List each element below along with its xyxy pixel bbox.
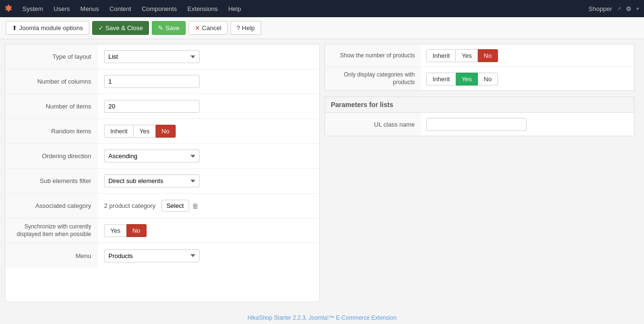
nav-help[interactable]: Help (223, 0, 246, 17)
only-display-no[interactable]: No (478, 73, 498, 86)
footer-link[interactable]: HikaShop Starter 2.2.3, Joomla!™ E-Comme… (247, 314, 396, 321)
nav-right: Shopper ↗ ⚙ ▾ (589, 5, 639, 12)
associated-category-field: 2 product category Select 🗑 (98, 196, 319, 216)
menu-field: Products Categories Home (98, 246, 319, 266)
ordering-direction-field: Ascending Descending (98, 146, 319, 166)
synchronize-label: Synchronize with currently displayed ite… (5, 218, 98, 243)
type-of-layout-label: Type of layout (5, 44, 98, 69)
categories-panel: Show the number of products Inherit Yes … (325, 44, 634, 91)
only-display-categories-label: Only display categories with products (325, 67, 421, 90)
sub-elements-filter-field: Direct sub elements All sub elements (98, 171, 319, 191)
number-of-items-field (98, 96, 319, 117)
ul-class-name-label: UL class name (325, 113, 421, 136)
menu-label: Menu (5, 243, 98, 268)
save-close-button[interactable]: ✓ Save & Close (92, 21, 149, 35)
shopper-link[interactable]: Shopper (589, 5, 612, 12)
gear-icon[interactable]: ⚙ (626, 5, 632, 12)
random-items-field: Inherit Yes No (98, 121, 319, 141)
help-button[interactable]: ? Help (231, 21, 261, 35)
upload-icon: ⬆ (12, 24, 17, 32)
ul-class-name-row: UL class name (325, 113, 634, 136)
type-of-layout-row: Type of layout List Grid Table (5, 44, 319, 69)
parameters-for-lists-header: Parameters for lists (325, 97, 634, 113)
show-number-no[interactable]: No (478, 49, 498, 62)
main-content: Type of layout List Grid Table Number of… (0, 39, 644, 307)
number-of-columns-row: Number of columns (5, 69, 319, 94)
top-navigation: ✱ System Users Menus Content Components … (0, 0, 644, 17)
number-of-items-label: Number of items (5, 94, 98, 119)
cancel-icon: ✕ (195, 24, 200, 32)
ul-class-name-field (421, 114, 634, 135)
synchronize-toggle: Yes No (104, 224, 147, 237)
nav-content[interactable]: Content (105, 0, 136, 17)
nav-left: ✱ System Users Menus Content Components … (5, 0, 246, 17)
associated-category-text: 2 product category (104, 202, 156, 209)
associated-category-row: Associated category 2 product category S… (5, 194, 319, 218)
number-of-items-input[interactable] (104, 100, 200, 113)
only-display-categories-row: Only display categories with products In… (325, 67, 634, 90)
random-items-row: Random items Inherit Yes No (5, 119, 319, 144)
right-panel: Show the number of products Inherit Yes … (320, 44, 639, 302)
number-of-columns-field (98, 71, 319, 92)
nav-system[interactable]: System (18, 0, 48, 17)
check-icon: ✓ (98, 24, 104, 32)
help-icon: ? (237, 24, 240, 32)
associated-category-label: Associated category (5, 194, 98, 218)
parameters-for-lists-panel: Parameters for lists UL class name (325, 97, 634, 136)
footer: HikaShop Starter 2.2.3, Joomla!™ E-Comme… (0, 307, 644, 324)
associated-category-select-button[interactable]: Select (161, 200, 189, 212)
parameters-for-lists-body: UL class name (325, 113, 634, 136)
show-number-yes[interactable]: Yes (456, 49, 478, 62)
random-items-yes[interactable]: Yes (134, 125, 156, 138)
ordering-direction-row: Ordering direction Ascending Descending (5, 144, 319, 169)
nav-components[interactable]: Components (137, 0, 182, 17)
show-number-products-label: Show the number of products (325, 44, 421, 67)
synchronize-row: Synchronize with currently displayed ite… (5, 218, 319, 243)
synchronize-yes[interactable]: Yes (104, 224, 127, 237)
ul-class-name-input[interactable] (426, 118, 527, 131)
trash-icon[interactable]: 🗑 (192, 202, 199, 210)
show-number-products-toggle: Inherit Yes No (426, 49, 498, 62)
joomla-logo: ✱ (5, 3, 12, 14)
random-items-inherit[interactable]: Inherit (104, 125, 134, 138)
sub-elements-filter-select[interactable]: Direct sub elements All sub elements (104, 174, 200, 187)
number-of-columns-label: Number of columns (5, 69, 98, 94)
only-display-inherit[interactable]: Inherit (426, 73, 456, 86)
show-number-inherit[interactable]: Inherit (426, 49, 456, 62)
joomla-module-options-button[interactable]: ⬆ Joomla module options (6, 21, 89, 35)
only-display-categories-field: Inherit Yes No (421, 69, 634, 89)
type-of-layout-select[interactable]: List Grid Table (104, 50, 200, 63)
number-of-items-row: Number of items (5, 94, 319, 119)
ordering-direction-select[interactable]: Ascending Descending (104, 150, 200, 162)
type-of-layout-field: List Grid Table (98, 46, 319, 67)
left-panel: Type of layout List Grid Table Number of… (5, 44, 320, 302)
random-items-toggle: Inherit Yes No (104, 125, 176, 138)
save-icon: ✎ (158, 24, 163, 32)
categories-panel-body: Show the number of products Inherit Yes … (325, 44, 634, 90)
toolbar: ⬆ Joomla module options ✓ Save & Close ✎… (0, 17, 644, 39)
ordering-direction-label: Ordering direction (5, 144, 98, 168)
synchronize-no[interactable]: No (127, 224, 147, 237)
only-display-toggle: Inherit Yes No (426, 73, 498, 86)
cancel-button[interactable]: ✕ Cancel (189, 21, 227, 35)
random-items-no[interactable]: No (156, 125, 176, 138)
random-items-label: Random items (5, 119, 98, 143)
menu-row: Menu Products Categories Home (5, 243, 319, 268)
only-display-yes[interactable]: Yes (456, 73, 478, 86)
synchronize-field: Yes No (98, 220, 319, 241)
nav-menus[interactable]: Menus (75, 0, 104, 17)
save-button[interactable]: ✎ Save (152, 21, 186, 35)
number-of-columns-input[interactable] (104, 75, 200, 88)
show-number-products-field: Inherit Yes No (421, 45, 634, 66)
nav-extensions[interactable]: Extensions (183, 0, 223, 17)
show-number-products-row: Show the number of products Inherit Yes … (325, 44, 634, 67)
sub-elements-filter-label: Sub elements filter (5, 169, 98, 193)
sub-elements-filter-row: Sub elements filter Direct sub elements … (5, 169, 319, 194)
menu-select[interactable]: Products Categories Home (104, 249, 200, 262)
nav-users[interactable]: Users (49, 0, 74, 17)
